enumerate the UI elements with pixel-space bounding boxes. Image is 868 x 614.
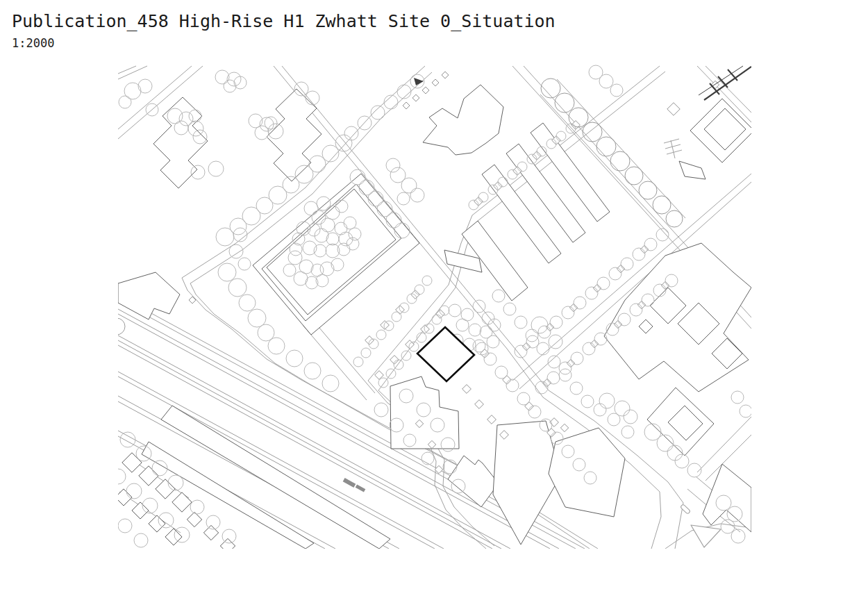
tree-icon [371, 106, 385, 119]
tree-icon [653, 196, 671, 214]
tree-icon [506, 379, 519, 392]
tree-icon [549, 335, 562, 349]
tree-icon [335, 135, 352, 151]
tree-icon [621, 258, 633, 270]
tree-icon [248, 309, 266, 327]
tree-icon [401, 351, 411, 360]
tree-icon [422, 276, 432, 285]
tree-icon [229, 244, 243, 258]
road-line [671, 140, 675, 158]
tree-icon [126, 483, 142, 499]
tree-icon [556, 131, 566, 141]
tree-icon [555, 93, 574, 113]
tree-icon [119, 96, 131, 108]
tree-icon [596, 137, 616, 156]
tree-icon [547, 372, 560, 384]
house-outline [165, 529, 182, 545]
tree-icon [559, 369, 571, 381]
tree-icon [487, 335, 499, 348]
tree-icon [208, 161, 224, 176]
tree-icon [239, 294, 256, 311]
tree-icon [397, 192, 410, 205]
tree-icon [492, 290, 505, 302]
tree-icon [559, 362, 571, 374]
building-outline [506, 144, 585, 242]
road-line [651, 492, 661, 549]
plan­ter-icon [403, 102, 410, 109]
tree-icon [108, 318, 125, 335]
tree-icon [118, 519, 132, 533]
tree-icon [721, 520, 735, 533]
tree-icon [432, 315, 442, 324]
tree-icon [168, 475, 183, 490]
tree-icon [378, 378, 388, 388]
tree-icon [304, 201, 318, 215]
house-outline [220, 538, 235, 553]
tree-icon [566, 124, 576, 133]
tree-icon [644, 238, 657, 251]
building-outline [531, 123, 610, 222]
tree-icon [190, 500, 204, 514]
tree-icon [574, 297, 586, 309]
tree-icon [571, 352, 583, 365]
tree-icon [503, 303, 516, 315]
tree-icon [394, 360, 403, 370]
tree-icon [110, 469, 126, 484]
tree-icon [384, 95, 398, 109]
tree-icon [570, 382, 583, 395]
plan­ter-icon [462, 385, 471, 394]
buildings [118, 85, 754, 549]
tree-icon [667, 445, 683, 460]
tree-icon [583, 122, 602, 142]
tree-icon [517, 392, 530, 405]
house-outline [203, 525, 218, 540]
tree-icon [581, 395, 594, 408]
tree-icon [731, 391, 744, 404]
tree-icon [374, 403, 388, 417]
traffic-island [691, 525, 721, 547]
tree-icon [473, 300, 485, 313]
tree-icon [386, 158, 400, 172]
plan­ter-icon [412, 94, 419, 101]
tree-icon [488, 319, 501, 331]
plan­ter-icon [365, 336, 374, 345]
house-outline [132, 502, 149, 519]
tree-icon [482, 312, 494, 324]
tree-icon [286, 350, 303, 367]
map-content [108, 65, 754, 554]
tree-icon [478, 192, 488, 202]
tree-icon [120, 432, 135, 447]
tree-icon [550, 316, 562, 329]
tree-icon [304, 363, 321, 379]
building-outline [679, 161, 706, 179]
tree-icon [484, 353, 496, 365]
tree-icon [238, 258, 251, 270]
tree-icon [142, 498, 158, 513]
plan­ter-icon [442, 72, 449, 78]
tree-icon [256, 197, 273, 214]
tree-icon [376, 330, 386, 340]
tree-icon [597, 277, 610, 290]
tree-icon [397, 85, 411, 99]
tree-icon [456, 319, 469, 331]
rail-platforms [343, 478, 366, 492]
tree-icon [528, 406, 541, 418]
road-line [668, 482, 683, 549]
house-outline [139, 466, 158, 486]
site-plan [0, 0, 868, 614]
tree-icon [410, 188, 424, 202]
tree-icon [422, 452, 434, 465]
tree-icon [322, 375, 339, 392]
tree-icon [610, 84, 623, 97]
house-outline [122, 453, 142, 472]
building-outline [267, 89, 322, 181]
tree-icon [599, 74, 613, 88]
road-line [667, 150, 682, 154]
tree-icon [469, 324, 481, 336]
scale-label: 1:2000 [12, 36, 556, 50]
tree-icon [415, 285, 424, 294]
house-outline [149, 515, 165, 532]
tree-icon [531, 317, 548, 333]
plan­ter-icon [667, 103, 680, 115]
sheet-header: Publication_458 High-Rise H1 Zwhatt Site… [12, 11, 556, 50]
